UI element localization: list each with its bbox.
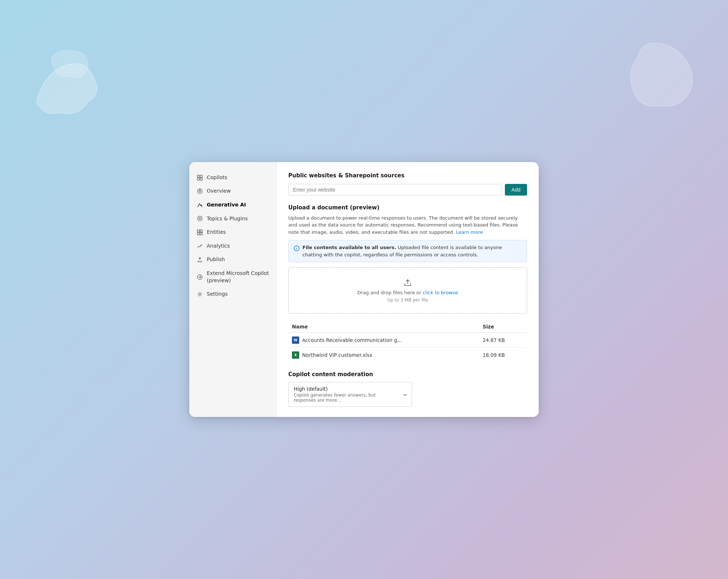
overview-icon	[197, 188, 203, 194]
drop-zone-limit: Up to 3 MB per file	[298, 297, 517, 304]
svg-point-5	[199, 190, 201, 192]
excel-icon: X	[292, 351, 299, 359]
sidebar-item-label: Topics & Plugins	[207, 215, 248, 222]
sidebar-item-copilots[interactable]: Copilots	[189, 171, 276, 185]
svg-point-7	[198, 216, 202, 221]
bg-decoration-right	[626, 36, 706, 131]
sidebar-item-generative-ai[interactable]: Generative AI	[189, 198, 276, 212]
website-input[interactable]	[288, 184, 502, 196]
sidebar-item-settings[interactable]: Settings	[189, 287, 276, 301]
sidebar-item-label: Settings	[207, 291, 228, 298]
settings-icon	[197, 291, 203, 298]
svg-rect-2	[197, 178, 199, 180]
svg-rect-8	[197, 230, 199, 232]
add-button[interactable]: Add	[505, 184, 527, 196]
sidebar-item-label: Analytics	[207, 243, 230, 250]
file-name: Northwind VIP customer.xlsx	[302, 352, 372, 358]
sidebar-item-topics-plugins[interactable]: Topics & Plugins	[189, 212, 276, 226]
moderation-sub: Copilot generates fewer answers, but res…	[294, 393, 399, 403]
grid-icon	[197, 174, 203, 181]
svg-point-14	[199, 294, 201, 295]
file-size: 18.09 KB	[479, 348, 527, 363]
main-card: Copilots Overview Generative AI	[189, 162, 539, 417]
bg-decoration-left	[29, 44, 131, 124]
sidebar-item-publish[interactable]: Publish	[189, 253, 276, 267]
sidebar-item-overview[interactable]: Overview	[189, 184, 276, 198]
moderation-select-wrapper: High (default) Copilot generates fewer a…	[288, 382, 412, 407]
analytics-icon	[197, 243, 203, 249]
sidebar-item-label: Entities	[207, 229, 226, 236]
sidebar: Copilots Overview Generative AI	[189, 162, 277, 417]
moderation-value: High (default)	[294, 386, 399, 392]
file-table: Name Size W Accounts Receivable communic…	[288, 321, 527, 362]
topics-icon	[197, 215, 203, 222]
publish-icon	[197, 256, 203, 263]
svg-rect-9	[200, 230, 202, 232]
sidebar-item-entities[interactable]: Entities	[189, 225, 276, 239]
sidebar-item-label: Publish	[207, 256, 225, 263]
drop-zone[interactable]: Drag and drop files here or click to bro…	[288, 267, 527, 314]
ai-icon	[197, 202, 203, 208]
info-banner: File contents available to all users. Up…	[288, 240, 527, 262]
main-content: Public websites & Sharepoint sources Add…	[277, 162, 539, 417]
svg-rect-0	[197, 175, 199, 177]
upload-icon	[298, 277, 517, 288]
extend-icon	[197, 274, 203, 280]
svg-rect-10	[197, 233, 199, 235]
sidebar-item-label: Overview	[207, 188, 231, 195]
info-banner-text: File contents available to all users. Up…	[302, 244, 522, 258]
upload-section-title: Upload a document (preview)	[288, 204, 527, 211]
sidebar-item-label: Copilots	[207, 174, 227, 181]
moderation-title: Copilot content moderation	[288, 371, 527, 378]
browse-link[interactable]: click to browse	[423, 290, 458, 295]
svg-rect-1	[200, 175, 202, 177]
table-row: X Northwind VIP customer.xlsx 18.09 KB	[288, 348, 527, 363]
svg-point-17	[296, 247, 297, 248]
svg-rect-11	[200, 233, 202, 235]
info-icon	[294, 244, 300, 252]
sidebar-item-extend-copilot[interactable]: Extend Microsoft Copilot (preview)	[189, 267, 276, 287]
sidebar-item-label: Generative AI	[207, 201, 246, 209]
table-row: W Accounts Receivable communication g...…	[288, 333, 527, 348]
svg-rect-3	[200, 178, 202, 180]
entities-icon	[197, 229, 203, 236]
upload-description: Upload a document to power real-time res…	[288, 214, 527, 236]
drop-zone-text: Drag and drop files here or click to bro…	[298, 289, 517, 297]
word-icon: W	[292, 336, 299, 344]
file-name: Accounts Receivable communication g...	[302, 337, 402, 343]
website-input-row: Add	[288, 184, 527, 196]
learn-more-link[interactable]: Learn more	[456, 229, 483, 235]
col-size: Size	[479, 321, 527, 333]
col-name: Name	[288, 321, 479, 333]
public-websites-title: Public websites & Sharepoint sources	[288, 172, 527, 179]
moderation-select[interactable]: High (default) Copilot generates fewer a…	[288, 382, 412, 407]
sidebar-item-label: Extend Microsoft Copilot (preview)	[207, 270, 269, 284]
file-size: 24.87 KB	[479, 333, 527, 348]
sidebar-item-analytics[interactable]: Analytics	[189, 239, 276, 253]
